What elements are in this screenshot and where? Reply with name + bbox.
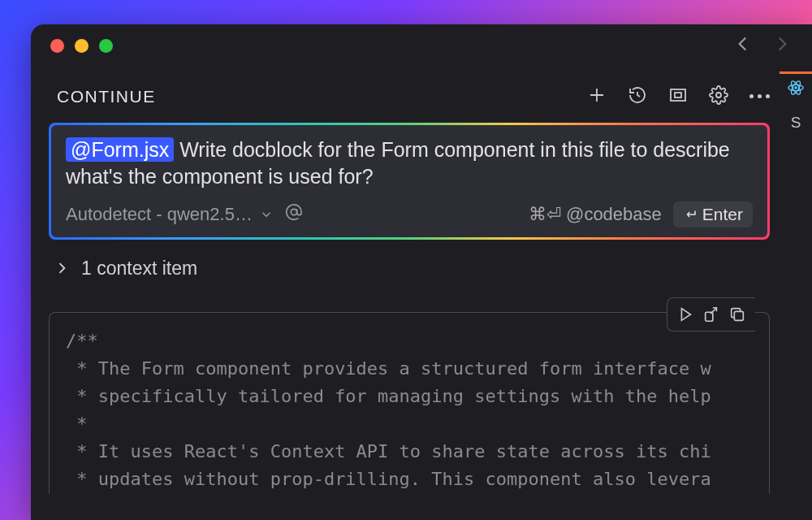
- svg-rect-9: [734, 311, 743, 320]
- svg-rect-5: [675, 93, 681, 98]
- context-file-tag[interactable]: @Form.jsx: [66, 137, 174, 162]
- sidebar-letter: S: [780, 114, 812, 132]
- code-text: /** * The Form component provides a stru…: [66, 327, 753, 494]
- code-content: /** * The Form component provides a stru…: [49, 312, 770, 494]
- titlebar: [31, 24, 812, 67]
- at-icon: [285, 203, 303, 221]
- submit-label: Enter: [702, 205, 743, 224]
- submit-button[interactable]: Enter: [673, 202, 753, 228]
- minimize-window-button[interactable]: [75, 39, 89, 53]
- chat-input-border: @Form.jsx Write docblock for the Form co…: [49, 123, 770, 240]
- panel-actions: [587, 85, 770, 108]
- context-items-label: 1 context item: [81, 258, 197, 280]
- react-icon: [787, 79, 805, 100]
- svg-rect-8: [706, 312, 713, 321]
- navigation-arrows: [732, 33, 793, 58]
- context-items-toggle[interactable]: 1 context item: [54, 258, 794, 280]
- window-controls: [50, 39, 113, 53]
- history-button[interactable]: [628, 85, 647, 108]
- codebase-hint: ⌘⏎ @codebase: [529, 204, 662, 225]
- insert-code-button[interactable]: [700, 303, 723, 326]
- chevron-down-icon: [259, 207, 274, 222]
- enter-icon: [683, 207, 698, 222]
- svg-point-7: [291, 209, 296, 214]
- editor-tab-active[interactable]: [780, 72, 812, 104]
- app-window: S CONTINUE: [31, 24, 812, 520]
- svg-point-0: [794, 86, 797, 89]
- chat-text[interactable]: @Form.jsx Write docblock for the Form co…: [66, 136, 753, 190]
- nav-forward-button[interactable]: [771, 33, 793, 58]
- model-selector[interactable]: Autodetect - qwen2.5…: [66, 204, 274, 225]
- code-actions: [667, 297, 755, 332]
- model-name: Autodetect - qwen2.5…: [66, 204, 253, 225]
- copy-code-button[interactable]: [726, 303, 749, 326]
- new-chat-button[interactable]: [587, 85, 607, 108]
- more-button[interactable]: [749, 94, 770, 98]
- nav-back-button[interactable]: [732, 33, 754, 58]
- fullscreen-button[interactable]: [668, 85, 688, 108]
- mention-button[interactable]: [285, 203, 303, 226]
- continue-panel: CONTINUE: [31, 67, 812, 520]
- panel-header: CONTINUE: [31, 67, 812, 123]
- chat-input[interactable]: @Form.jsx Write docblock for the Form co…: [51, 125, 767, 237]
- chat-toolbar: Autodetect - qwen2.5… ⌘⏎ @codebase Enter: [66, 202, 753, 228]
- ellipsis-icon: [749, 94, 770, 98]
- close-window-button[interactable]: [50, 39, 64, 53]
- chevron-right-icon: [54, 260, 70, 276]
- run-code-button[interactable]: [674, 303, 697, 326]
- response-code-block: /** * The Form component provides a stru…: [49, 312, 770, 494]
- maximize-window-button[interactable]: [99, 39, 113, 53]
- svg-rect-4: [671, 89, 685, 101]
- settings-button[interactable]: [709, 85, 728, 108]
- panel-title: CONTINUE: [57, 87, 156, 106]
- right-sidebar: S: [780, 106, 812, 520]
- svg-point-6: [716, 93, 721, 98]
